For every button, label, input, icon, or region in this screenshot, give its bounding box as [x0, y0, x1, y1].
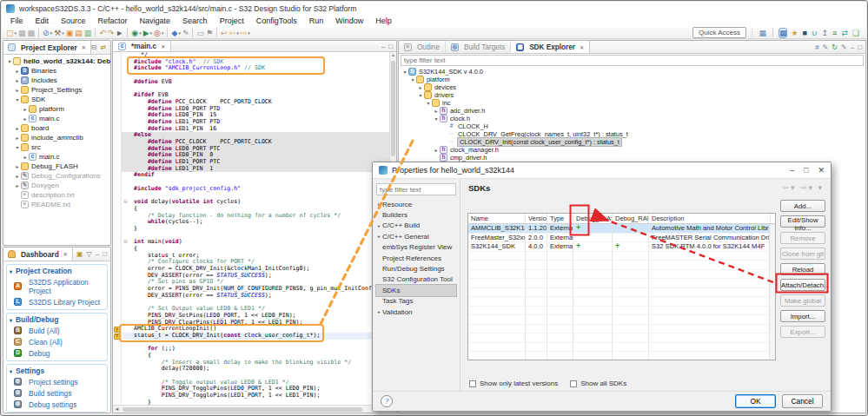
sdk-filter-input[interactable]: [401, 55, 864, 66]
tree-item-s32k144-sdk-v-4-0-0[interactable]: ▾SS32K144_SDK v 4.0.0: [399, 68, 865, 76]
refresh-icon[interactable]: ↻: [832, 43, 838, 51]
table-row-empty[interactable]: [468, 352, 775, 360]
collapse-all-icon[interactable]: ⊟: [91, 43, 97, 51]
chevron-right-icon[interactable]: ▸: [376, 201, 382, 207]
hash-icon[interactable]: #: [815, 43, 818, 51]
tree-item-hello-world-s32k144-debug-fl[interactable]: ▾hello_world_s32k144: Debug_FLASH: [3, 56, 110, 66]
menu-file[interactable]: File: [4, 16, 30, 26]
upload-perspective-icon[interactable]: ↥: [821, 28, 830, 38]
dialog-nav-sdks[interactable]: SDKs: [376, 285, 456, 295]
dialog-button-make-global[interactable]: Make global: [780, 294, 825, 307]
tree-item-platform[interactable]: ▾platform: [399, 76, 865, 83]
menu-help[interactable]: Help: [369, 16, 398, 26]
checkbox-icon[interactable]: [570, 380, 577, 387]
column-header-debug-ram[interactable]: Debug_RAM: [613, 214, 649, 223]
table-row-empty[interactable]: [468, 333, 775, 343]
code-area[interactable]: */#include "clock.h" // SDK#include "AMC…: [122, 52, 389, 405]
dialog-button-remove[interactable]: Remove: [780, 232, 825, 244]
menu-search[interactable]: Search: [176, 16, 214, 26]
table-scrollbar[interactable]: [769, 224, 775, 360]
dialog-nav-run-debug-settings[interactable]: Run/Debug Settings: [376, 263, 456, 274]
tree-item-board[interactable]: ▸board: [3, 123, 110, 133]
close-icon[interactable]: ✕: [63, 251, 68, 257]
tab-sdk-explorer[interactable]: ▦SDK Explorer✕: [511, 41, 590, 53]
checkbox-show-only-latest-versions[interactable]: Show only latest versions: [469, 380, 558, 387]
annotation-icon[interactable]: ▭: [195, 28, 205, 38]
link-editor-icon[interactable]: ⇄: [100, 43, 106, 51]
dialog-button-add[interactable]: Add...: [780, 200, 825, 212]
debug-icon[interactable]: ◉▾: [130, 28, 142, 38]
menu-edit[interactable]: Edit: [30, 16, 56, 26]
scrollbar-thumb[interactable]: [391, 61, 395, 156]
menu-configtools[interactable]: ConfigTools: [250, 16, 303, 26]
dropdown-caret-icon[interactable]: ▾: [236, 30, 239, 36]
dialog-nav-validation[interactable]: ▸Validation: [376, 307, 456, 317]
update-code-icon[interactable]: ▥: [83, 28, 93, 38]
dialog-nav-c-c-general[interactable]: ▸C/C++ General: [376, 231, 456, 241]
tab-main-c[interactable]: c *main.c ✕: [113, 41, 171, 51]
close-icon[interactable]: ✕: [818, 166, 825, 175]
chevron-right-icon[interactable]: ▸: [376, 223, 382, 228]
chevron-right-icon[interactable]: ▸: [376, 309, 382, 314]
view-menu-icon[interactable]: ▽: [87, 250, 92, 258]
redo-icon[interactable]: ↷: [107, 28, 116, 38]
undo-icon[interactable]: ↶: [98, 28, 107, 38]
dropdown-caret-icon[interactable]: ▾: [62, 30, 64, 36]
dashboard-link-clean-all[interactable]: CClean (All): [10, 336, 104, 347]
dashboard-link-build-all[interactable]: BBuild (All): [10, 325, 104, 336]
chevron-right-icon[interactable]: ▸: [14, 68, 21, 74]
run-icon[interactable]: ▶▾: [142, 28, 153, 38]
chevron-down-icon[interactable]: ▾: [14, 96, 21, 102]
hardware-perspective-icon[interactable]: ■: [802, 28, 808, 38]
debug-perspective-icon[interactable]: ★: [790, 28, 798, 38]
fold-minus-icon[interactable]: ⊖: [123, 199, 130, 206]
maximize-icon[interactable]: □: [804, 166, 808, 175]
view-menu-icon[interactable]: ▽: [109, 43, 111, 51]
tree-item-clock-drv-init-const-clock-u[interactable]: ⇔CLOCK_DRV_Init(const clock_user_config_…: [399, 138, 865, 146]
dropdown-caret-icon[interactable]: ▾: [178, 30, 181, 36]
cancel-button[interactable]: Cancel: [782, 394, 823, 408]
minimize-icon[interactable]: –: [790, 166, 794, 175]
table-row-empty[interactable]: [468, 307, 775, 316]
table-row-empty[interactable]: [468, 279, 775, 288]
table-row-empty[interactable]: [468, 270, 775, 280]
union-perspective-icon[interactable]: ∪: [811, 28, 818, 38]
chevron-down-icon[interactable]: ▾: [6, 58, 13, 64]
dialog-button-import[interactable]: Import...: [780, 310, 825, 322]
dashboard-link-build-settings[interactable]: ⚙Build settings: [10, 387, 104, 399]
warning-marker-icon[interactable]: ?: [114, 327, 120, 333]
table-row-empty[interactable]: [468, 261, 775, 270]
chevron-right-icon[interactable]: ▸: [22, 116, 29, 122]
config-tool-icon[interactable]: ▤: [74, 28, 83, 38]
tree-item-include-ammclib[interactable]: ▸include_ammclib: [3, 133, 110, 142]
list-perspective-icon[interactable]: ≡: [832, 28, 838, 38]
tab-build-targets[interactable]: ◎Build Targets: [446, 41, 511, 53]
table-row-empty[interactable]: [468, 252, 775, 261]
chevron-down-icon[interactable]: ▾: [401, 69, 408, 75]
column-header-description[interactable]: Description: [649, 214, 771, 223]
menu-refactor[interactable]: Refactor: [92, 16, 134, 26]
table-row-empty[interactable]: [468, 325, 775, 334]
chevron-right-icon[interactable]: ▸: [14, 163, 21, 169]
last-edit-icon[interactable]: ↩: [220, 28, 229, 38]
help-button[interactable]: ?: [381, 395, 393, 407]
tab-dashboard[interactable]: Dashboard ✕: [3, 248, 73, 261]
open-perspective-icon[interactable]: ▦: [758, 28, 767, 38]
dialog-button-reload[interactable]: Reload: [780, 263, 825, 275]
chevron-right-icon[interactable]: ▸: [22, 154, 29, 160]
tree-item-readme-txt[interactable]: ≡README.txt: [3, 200, 110, 209]
dropdown-caret-icon[interactable]: ▾: [15, 30, 17, 36]
editor-horizontal-scrollbar[interactable]: ◄ ►: [113, 405, 396, 413]
chevron-right-icon[interactable]: ▸: [376, 234, 382, 239]
dialog-button-edit-show-info[interactable]: Edit/Show info...: [780, 215, 825, 228]
ok-button[interactable]: OK: [735, 394, 776, 408]
chevron-right-icon[interactable]: ▸: [14, 182, 21, 188]
maximize-icon[interactable]: □: [388, 43, 393, 50]
search-icon[interactable]: ✎: [182, 28, 190, 38]
tree-item-main-c[interactable]: ▸cmain.c: [3, 152, 110, 162]
tree-item-main-c[interactable]: ▸cmain.c: [3, 114, 110, 123]
quick-access-button[interactable]: Quick Access: [692, 27, 746, 38]
dropdown-caret-icon[interactable]: ▾: [139, 30, 142, 36]
table-row-s32k144-sdk[interactable]: S32K144_SDK4.0.0External++S32 SDK RTM 4.…: [468, 242, 775, 252]
dashboard-section-header[interactable]: ▾Settings: [10, 366, 104, 376]
